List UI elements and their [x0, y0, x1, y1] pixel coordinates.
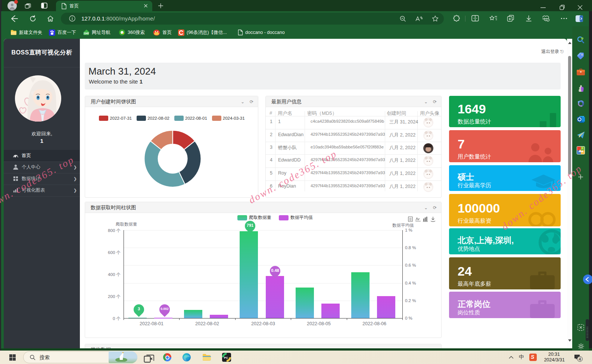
svg-text:2345: 2345 — [84, 32, 89, 35]
svg-text:PC: PC — [224, 356, 228, 360]
